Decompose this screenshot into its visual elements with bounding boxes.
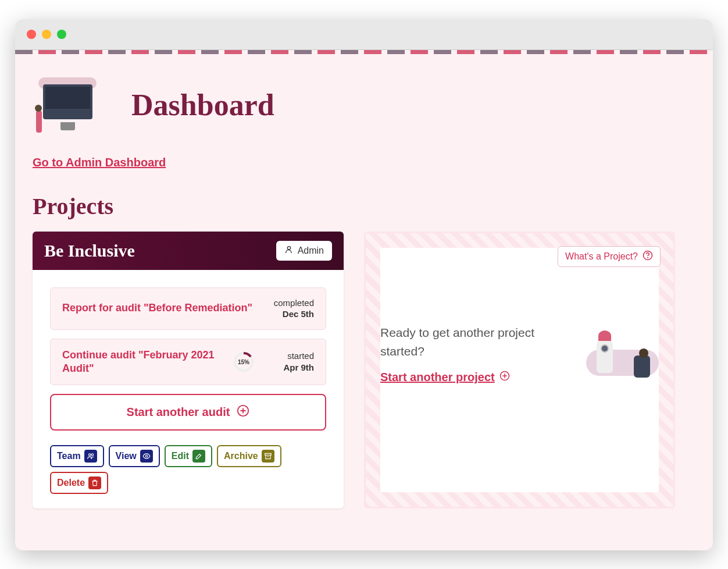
plus-circle-icon xyxy=(237,404,249,420)
view-button[interactable]: View xyxy=(109,445,160,467)
team-button[interactable]: Team xyxy=(50,445,104,467)
window-close-icon[interactable] xyxy=(27,30,36,39)
start-audit-button[interactable]: Start another audit xyxy=(50,394,326,431)
project-card-body: Report for audit "Before Remediation" co… xyxy=(33,270,344,446)
delete-button[interactable]: Delete xyxy=(50,472,108,494)
admin-dashboard-link[interactable]: Go to Admin Dashboard xyxy=(33,156,166,169)
edit-button[interactable]: Edit xyxy=(165,445,212,467)
window-minimize-icon[interactable] xyxy=(42,30,51,39)
help-circle-icon xyxy=(643,250,653,263)
audit-status: startedApr 9th xyxy=(262,350,314,373)
page-header: Dashboard xyxy=(33,77,695,133)
svg-point-9 xyxy=(648,257,648,258)
plus-circle-icon xyxy=(499,371,510,384)
start-project-link[interactable]: Start another project xyxy=(380,371,510,384)
start-audit-label: Start another audit xyxy=(127,406,230,419)
audit-title: Report for audit "Before Remediation" xyxy=(62,301,252,315)
edit-icon xyxy=(192,450,205,463)
archive-button[interactable]: Archive xyxy=(217,445,281,467)
eye-icon xyxy=(140,450,153,463)
progress-ring-icon: 15% xyxy=(233,351,255,373)
project-card-header: Be Inclusive Admin xyxy=(33,232,344,270)
window-maximize-icon[interactable] xyxy=(57,30,66,39)
browser-window: Dashboard Go to Admin Dashboard Projects… xyxy=(15,19,713,550)
svg-point-0 xyxy=(287,246,290,249)
user-icon xyxy=(284,245,294,257)
project-actions: Team View Edit Archive xyxy=(33,445,344,508)
archive-icon xyxy=(262,450,274,463)
admin-badge: Admin xyxy=(276,241,332,261)
project-card: Be Inclusive Admin Report for audit "Bef… xyxy=(33,232,344,509)
new-project-prompt: Ready to get another project started? xyxy=(380,323,574,360)
rocket-illustration-icon xyxy=(586,323,659,385)
admin-badge-label: Admin xyxy=(298,246,324,256)
svg-point-5 xyxy=(91,454,94,456)
projects-heading: Projects xyxy=(33,193,695,220)
titlebar xyxy=(15,19,713,50)
svg-point-6 xyxy=(145,456,148,458)
audit-title: Continue audit "February 2021 Audit" xyxy=(62,348,226,376)
projects-grid: Be Inclusive Admin Report for audit "Bef… xyxy=(33,232,695,509)
project-name: Be Inclusive xyxy=(44,241,135,261)
dashboard-illustration-icon xyxy=(33,77,102,133)
audit-row-in-progress[interactable]: Continue audit "February 2021 Audit" 15% xyxy=(50,339,326,386)
audit-status: completedDec 5th xyxy=(262,297,314,320)
svg-rect-7 xyxy=(265,454,271,456)
whats-a-project-button[interactable]: What's a Project? xyxy=(558,246,661,267)
svg-point-4 xyxy=(88,454,91,456)
page-title: Dashboard xyxy=(131,88,274,122)
progress-label: 15% xyxy=(238,358,249,365)
accent-stripe xyxy=(15,50,713,54)
team-icon xyxy=(84,450,97,463)
audit-row-completed[interactable]: Report for audit "Before Remediation" co… xyxy=(50,287,326,330)
content-area: Dashboard Go to Admin Dashboard Projects… xyxy=(15,50,713,550)
new-project-card: What's a Project? Ready to get another p… xyxy=(364,232,675,509)
trash-icon xyxy=(88,476,101,489)
